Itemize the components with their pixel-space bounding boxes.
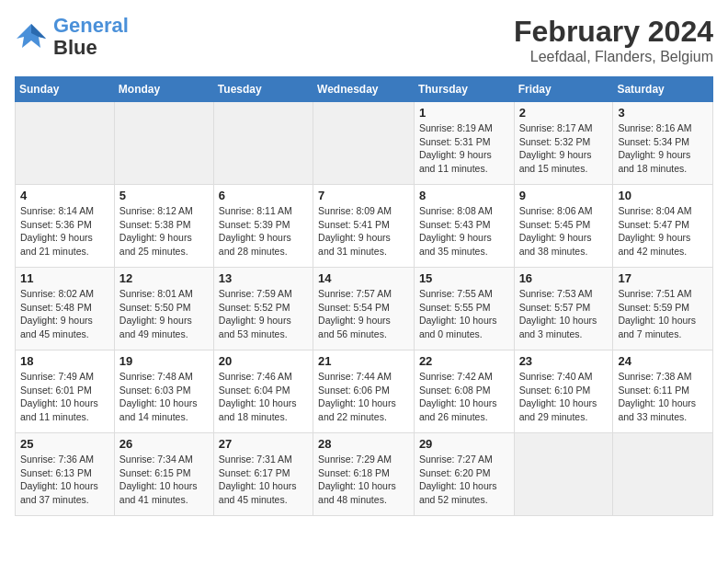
day-number: 12 [119,271,209,285]
calendar-cell: 5Sunrise: 8:12 AM Sunset: 5:38 PM Daylig… [114,185,213,268]
day-number: 11 [20,271,109,285]
day-info: Sunrise: 7:48 AM Sunset: 6:03 PM Dayligh… [119,370,209,424]
day-number: 29 [419,437,509,451]
day-info: Sunrise: 7:59 AM Sunset: 5:52 PM Dayligh… [219,287,308,341]
calendar-cell: 7Sunrise: 8:09 AM Sunset: 5:41 PM Daylig… [313,185,415,268]
day-info: Sunrise: 8:02 AM Sunset: 5:48 PM Dayligh… [20,287,109,341]
day-info: Sunrise: 7:31 AM Sunset: 6:17 PM Dayligh… [219,453,308,507]
day-number: 27 [219,437,308,451]
logo-icon [15,20,48,53]
day-header-friday: Friday [514,77,613,102]
day-number: 6 [219,189,308,202]
day-info: Sunrise: 8:01 AM Sunset: 5:50 PM Dayligh… [119,287,209,341]
day-number: 10 [618,189,708,202]
calendar-cell: 24Sunrise: 7:38 AM Sunset: 6:11 PM Dayli… [613,350,713,433]
day-info: Sunrise: 7:34 AM Sunset: 6:15 PM Dayligh… [119,453,209,507]
calendar-cell: 28Sunrise: 7:29 AM Sunset: 6:18 PM Dayli… [313,433,415,516]
calendar-cell [114,102,213,185]
day-info: Sunrise: 7:36 AM Sunset: 6:13 PM Dayligh… [20,453,109,507]
day-info: Sunrise: 7:27 AM Sunset: 6:20 PM Dayligh… [419,453,509,507]
day-number: 28 [318,437,409,451]
day-info: Sunrise: 8:04 AM Sunset: 5:47 PM Dayligh… [618,204,708,259]
day-number: 23 [519,354,609,368]
day-number: 21 [318,354,409,368]
calendar-cell: 29Sunrise: 7:27 AM Sunset: 6:20 PM Dayli… [414,433,514,516]
day-number: 8 [419,189,509,202]
day-number: 4 [20,189,109,202]
day-number: 16 [519,271,609,285]
logo-text: GeneralBlue [53,15,129,59]
calendar-cell: 14Sunrise: 7:57 AM Sunset: 5:54 PM Dayli… [313,268,415,350]
page-title: February 2024 [514,15,713,49]
calendar-cell: 1Sunrise: 8:19 AM Sunset: 5:31 PM Daylig… [414,102,514,185]
day-info: Sunrise: 7:29 AM Sunset: 6:18 PM Dayligh… [318,453,409,507]
calendar-cell: 26Sunrise: 7:34 AM Sunset: 6:15 PM Dayli… [114,433,213,516]
calendar-week-4: 18Sunrise: 7:49 AM Sunset: 6:01 PM Dayli… [16,350,713,433]
calendar-cell: 9Sunrise: 8:06 AM Sunset: 5:45 PM Daylig… [514,185,613,268]
day-number: 24 [618,354,708,368]
calendar-cell: 19Sunrise: 7:48 AM Sunset: 6:03 PM Dayli… [114,350,213,433]
calendar-cell: 6Sunrise: 8:11 AM Sunset: 5:39 PM Daylig… [213,185,313,268]
day-number: 15 [419,271,509,285]
calendar-cell [514,433,613,516]
day-info: Sunrise: 7:51 AM Sunset: 5:59 PM Dayligh… [618,287,708,341]
day-header-thursday: Thursday [414,77,514,102]
calendar-cell [313,102,415,185]
day-info: Sunrise: 7:49 AM Sunset: 6:01 PM Dayligh… [20,370,109,424]
calendar-week-2: 4Sunrise: 8:14 AM Sunset: 5:36 PM Daylig… [16,185,713,268]
day-number: 13 [219,271,308,285]
calendar-cell: 12Sunrise: 8:01 AM Sunset: 5:50 PM Dayli… [114,268,213,350]
calendar-week-5: 25Sunrise: 7:36 AM Sunset: 6:13 PM Dayli… [16,433,713,516]
calendar-cell: 27Sunrise: 7:31 AM Sunset: 6:17 PM Dayli… [213,433,313,516]
calendar-cell: 10Sunrise: 8:04 AM Sunset: 5:47 PM Dayli… [613,185,713,268]
calendar-cell: 13Sunrise: 7:59 AM Sunset: 5:52 PM Dayli… [213,268,313,350]
day-number: 1 [419,106,509,120]
day-number: 26 [119,437,209,451]
day-info: Sunrise: 7:44 AM Sunset: 6:06 PM Dayligh… [318,370,409,424]
calendar-cell [213,102,313,185]
calendar-cell: 8Sunrise: 8:08 AM Sunset: 5:43 PM Daylig… [414,185,514,268]
day-info: Sunrise: 7:46 AM Sunset: 6:04 PM Dayligh… [219,370,308,424]
day-number: 19 [119,354,209,368]
day-number: 25 [20,437,109,451]
calendar-cell [613,433,713,516]
day-header-saturday: Saturday [613,77,713,102]
calendar-week-1: 1Sunrise: 8:19 AM Sunset: 5:31 PM Daylig… [16,102,713,185]
calendar-cell: 25Sunrise: 7:36 AM Sunset: 6:13 PM Dayli… [16,433,115,516]
day-info: Sunrise: 7:42 AM Sunset: 6:08 PM Dayligh… [419,370,509,424]
day-header-sunday: Sunday [16,77,115,102]
calendar-cell: 23Sunrise: 7:40 AM Sunset: 6:10 PM Dayli… [514,350,613,433]
day-number: 17 [618,271,708,285]
page-subtitle: Leefdaal, Flanders, Belgium [514,49,713,65]
calendar-week-3: 11Sunrise: 8:02 AM Sunset: 5:48 PM Dayli… [16,268,713,350]
day-info: Sunrise: 8:17 AM Sunset: 5:32 PM Dayligh… [519,121,609,176]
day-info: Sunrise: 8:06 AM Sunset: 5:45 PM Dayligh… [519,204,609,259]
day-header-tuesday: Tuesday [213,77,313,102]
day-info: Sunrise: 8:08 AM Sunset: 5:43 PM Dayligh… [419,204,509,259]
calendar-cell: 18Sunrise: 7:49 AM Sunset: 6:01 PM Dayli… [16,350,115,433]
day-header-wednesday: Wednesday [313,77,415,102]
day-info: Sunrise: 7:55 AM Sunset: 5:55 PM Dayligh… [419,287,509,341]
calendar-cell: 3Sunrise: 8:16 AM Sunset: 5:34 PM Daylig… [613,102,713,185]
day-number: 2 [519,106,609,120]
calendar-cell [16,102,115,185]
day-number: 3 [618,106,708,120]
title-area: February 2024 Leefdaal, Flanders, Belgiu… [514,15,713,65]
logo: GeneralBlue [15,15,129,59]
day-info: Sunrise: 8:14 AM Sunset: 5:36 PM Dayligh… [20,204,109,259]
day-number: 20 [219,354,308,368]
day-info: Sunrise: 7:38 AM Sunset: 6:11 PM Dayligh… [618,370,708,424]
header: GeneralBlue February 2024 Leefdaal, Flan… [15,15,713,65]
day-info: Sunrise: 8:11 AM Sunset: 5:39 PM Dayligh… [219,204,308,259]
day-info: Sunrise: 7:40 AM Sunset: 6:10 PM Dayligh… [519,370,609,424]
day-number: 5 [119,189,209,202]
calendar-cell: 11Sunrise: 8:02 AM Sunset: 5:48 PM Dayli… [16,268,115,350]
day-info: Sunrise: 8:19 AM Sunset: 5:31 PM Dayligh… [419,121,509,176]
day-info: Sunrise: 7:57 AM Sunset: 5:54 PM Dayligh… [318,287,409,341]
day-info: Sunrise: 8:09 AM Sunset: 5:41 PM Dayligh… [318,204,409,259]
calendar-cell: 4Sunrise: 8:14 AM Sunset: 5:36 PM Daylig… [16,185,115,268]
day-header-monday: Monday [114,77,213,102]
day-number: 14 [318,271,409,285]
day-info: Sunrise: 8:16 AM Sunset: 5:34 PM Dayligh… [618,121,708,176]
calendar-table: SundayMondayTuesdayWednesdayThursdayFrid… [15,76,713,516]
